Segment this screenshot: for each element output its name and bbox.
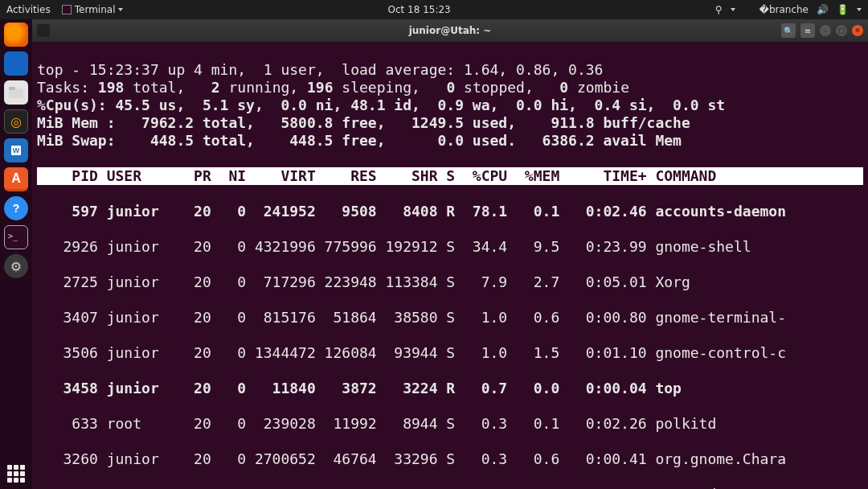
window-title: junior@Utah: ~ <box>32 25 868 36</box>
process-row: 2926 junior 20 0 4321996 775996 192912 S… <box>37 238 863 256</box>
process-row: 2725 junior 20 0 717296 223948 113384 S … <box>37 273 863 291</box>
battery-icon: 🔋 <box>837 4 849 15</box>
chevron-down-icon <box>857 8 862 11</box>
process-row: 1 root 20 0 102124 11604 8364 S 0.0 0.1 … <box>37 486 863 489</box>
settings-icon[interactable]: ⚙ <box>4 254 28 278</box>
minimize-button[interactable]: – <box>820 25 831 36</box>
rhythmbox-icon[interactable]: ◎ <box>4 109 28 134</box>
terminal-launcher-icon[interactable] <box>4 225 28 249</box>
status-area[interactable]: ⚲ �branche 🔊 🔋 <box>715 4 862 15</box>
process-row: 3458 junior 20 0 11840 3872 3224 R 0.7 0… <box>37 380 863 397</box>
top-summary-line: top - 15:23:37 up 4 min, 1 user, load av… <box>37 61 603 78</box>
search-icon[interactable]: 🔍 <box>781 23 796 38</box>
process-row: 3506 junior 20 0 1344472 126084 93944 S … <box>37 344 863 362</box>
clock-label[interactable]: Oct 18 15:23 <box>123 4 714 15</box>
top-mem-line: MiB Mem : 7962.2 total, 5800.8 free, 124… <box>37 114 690 131</box>
process-header-row: PID USER PR NI VIRT RES SHR S %CPU %MEM … <box>37 167 863 185</box>
process-row: 3260 junior 20 0 2700652 46764 33296 S 0… <box>37 450 863 468</box>
top-swap-line: MiB Swap: 448.5 total, 448.5 free, 0.0 u… <box>37 132 682 149</box>
svg-rect-1 <box>9 87 15 90</box>
activities-button[interactable]: Activities <box>6 4 51 15</box>
process-row: 3407 junior 20 0 815176 51864 38580 S 1.… <box>37 309 863 327</box>
terminal-output[interactable]: top - 15:23:37 up 4 min, 1 user, load av… <box>32 42 868 489</box>
window-titlebar[interactable]: junior@Utah: ~ 🔍 ≡ – ▢ ✕ <box>32 19 868 42</box>
process-row: 633 root 20 0 239028 11992 8944 S 0.3 0.… <box>37 415 863 433</box>
volume-icon: 🔊 <box>817 4 829 15</box>
thunderbird-icon[interactable] <box>4 51 28 76</box>
top-cpu-line: %Cpu(s): 45.5 us, 5.1 sy, 0.0 ni, 48.1 i… <box>37 97 725 113</box>
ubuntu-software-icon[interactable]: A <box>4 167 28 191</box>
top-tasks-line: Tasks: 198 total, 2 running, 196 sleepin… <box>37 79 629 96</box>
launcher-dock: ◎ W A ? ⚙ <box>0 19 32 489</box>
chevron-down-icon <box>731 8 735 11</box>
close-button[interactable]: ✕ <box>852 25 863 36</box>
process-row: 597 junior 20 0 241952 9508 8408 R 78.1 … <box>37 203 863 220</box>
new-tab-button[interactable] <box>37 24 50 37</box>
network-icon: �branche <box>760 4 809 15</box>
process-list: 597 junior 20 0 241952 9508 8408 R 78.1 … <box>37 203 863 489</box>
gnome-top-panel: Activities Terminal Oct 18 15:23 ⚲ �bran… <box>0 0 868 19</box>
terminal-window: junior@Utah: ~ 🔍 ≡ – ▢ ✕ top - 15:23:37 … <box>32 19 868 489</box>
show-applications-button[interactable] <box>0 465 32 483</box>
libreoffice-writer-icon[interactable]: W <box>4 138 28 162</box>
app-menu-label: Terminal <box>75 4 116 15</box>
hamburger-menu-icon[interactable]: ≡ <box>800 23 815 38</box>
app-menu[interactable]: Terminal <box>62 4 124 15</box>
help-icon[interactable]: ? <box>4 196 28 220</box>
maximize-button[interactable]: ▢ <box>836 25 847 36</box>
terminal-small-icon <box>62 5 72 14</box>
accessibility-icon: ⚲ <box>715 4 723 15</box>
firefox-icon[interactable] <box>4 23 28 47</box>
files-icon[interactable] <box>4 80 28 105</box>
